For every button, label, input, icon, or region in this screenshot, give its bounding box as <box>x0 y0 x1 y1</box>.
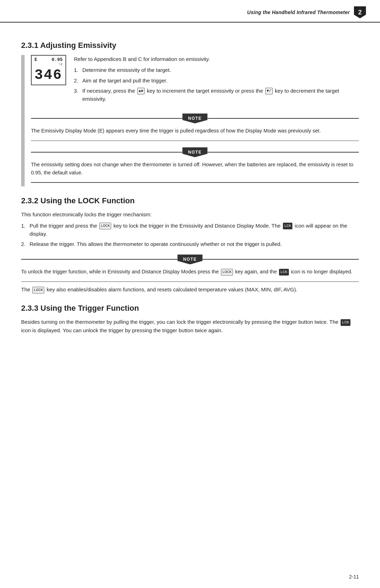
display-e-label: E <box>34 57 37 62</box>
note-line-right-3 <box>203 259 359 260</box>
note-line-right-2 <box>208 152 359 153</box>
section-232-intro: This function electronically locks the t… <box>21 210 359 219</box>
note-label-3: NOTE <box>177 254 202 264</box>
left-bar <box>21 55 25 186</box>
chapter-badge: 2 <box>354 6 366 18</box>
note-content-2: The emissivity setting does not change w… <box>31 157 359 179</box>
lock-key-extra: LOCK <box>32 287 44 294</box>
intro-block: Refer to Appendices B and C for informat… <box>74 55 359 107</box>
section-231: 2.3.1 Adjusting Emissivity E 0.95 °F 346 <box>21 41 359 186</box>
main-content: 2.3.1 Adjusting Emissivity E 0.95 °F 346 <box>0 23 380 352</box>
note-bottom-3 <box>21 281 359 282</box>
section-231-heading: 2.3.1 Adjusting Emissivity <box>21 41 359 50</box>
section-231-body: E 0.95 °F 346 Refer to Appendices B and … <box>21 55 359 186</box>
page-number: 2-11 <box>349 574 359 580</box>
note-line-left-3 <box>21 259 177 260</box>
display-and-intro: E 0.95 °F 346 Refer to Appendices B and … <box>31 55 359 107</box>
section-232: 2.3.2 Using the LOCK Function This funct… <box>21 196 359 294</box>
increment-key: ▲✱ <box>137 88 145 94</box>
note-box-1: NOTE The Emissivity Display Mode (E) app… <box>31 113 359 141</box>
display-top-row: E 0.95 <box>34 57 63 62</box>
note-header-1: NOTE <box>31 113 359 123</box>
step-1: 1. Determine the emissivity of the targe… <box>74 66 359 74</box>
lock-key-1: LOCK <box>99 223 111 229</box>
lock-key-note: LOCK <box>221 269 233 276</box>
note-label-1: NOTE <box>182 113 207 123</box>
section-233-para: Besides turning on the thermometer by pu… <box>21 318 359 335</box>
steps-list: 1. Determine the emissivity of the targe… <box>74 66 359 103</box>
section-232-heading: 2.3.2 Using the LOCK Function <box>21 196 359 205</box>
note-box-3: NOTE To unlock the trigger function, whi… <box>21 254 359 282</box>
note-line-right-1 <box>208 118 359 119</box>
lck-icon-1: LCK <box>283 223 293 229</box>
note-content-3: To unlock the trigger function, while in… <box>21 264 359 278</box>
section-232-steps: 1. Pull the trigger and press the LOCK k… <box>21 222 359 248</box>
note-line-left-2 <box>31 152 182 153</box>
step-2: 2. Aim at the target and pull the trigge… <box>74 76 359 85</box>
section-233: 2.3.3 Using the Trigger Function Besides… <box>21 304 359 335</box>
step-3: 3. If necessary, press the ▲✱ key to inc… <box>74 87 359 103</box>
note-label-2: NOTE <box>182 147 207 157</box>
note-bottom-2 <box>31 182 359 183</box>
section-232-extra: The LOCK key also enables/disables alarm… <box>21 285 359 294</box>
note-header-3: NOTE <box>21 254 359 264</box>
intro-text: Refer to Appendices B and C for informat… <box>74 55 359 63</box>
display-emissivity-value: 0.95 <box>52 57 63 62</box>
note-line-left-1 <box>31 118 182 119</box>
note-box-2: NOTE The emissivity setting does not cha… <box>31 147 359 182</box>
header-title: Using the Handheld Infrared Thermometer <box>247 10 350 15</box>
lck-icon-note: LCK <box>279 269 289 276</box>
note-header-2: NOTE <box>31 147 359 157</box>
note-content-1: The Emissivity Display Mode (E) appears … <box>31 123 359 137</box>
note-bottom-1 <box>31 141 359 141</box>
lock-step-2: 2. Release the trigger. This allows the … <box>21 240 359 248</box>
lck-icon-233: LCK <box>341 319 350 326</box>
display-main-value: 346 <box>34 68 63 83</box>
section-233-heading: 2.3.3 Using the Trigger Function <box>21 304 359 313</box>
lock-step-1: 1. Pull the trigger and press the LOCK k… <box>21 222 359 238</box>
page-header: Using the Handheld Infrared Thermometer … <box>0 0 380 23</box>
section-231-content: E 0.95 °F 346 Refer to Appendices B and … <box>31 55 359 186</box>
decrement-key: ▼/ <box>265 88 273 94</box>
display-unit: °F <box>34 63 63 67</box>
thermometer-display: E 0.95 °F 346 <box>31 55 66 85</box>
